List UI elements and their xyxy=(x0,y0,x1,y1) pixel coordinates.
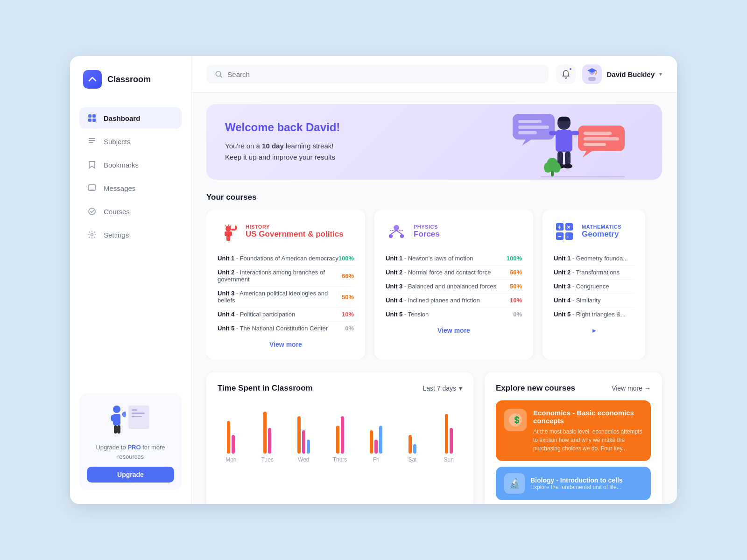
explore-next-item[interactable]: 🔬 Biology - Introduction to cells Explor… xyxy=(496,467,651,500)
svg-rect-51 xyxy=(235,226,237,230)
chevron-down-icon: ▾ xyxy=(459,385,462,392)
bar xyxy=(336,426,339,454)
unit-item: Unit 2 - Normal force and contact force … xyxy=(386,266,522,280)
math-course-icon: + × − ÷ xyxy=(554,221,575,242)
app-container: Classroom Dashboard xyxy=(70,56,677,504)
svg-rect-39 xyxy=(565,151,571,165)
explore-course-info: Economics - Basic economics concepts At … xyxy=(533,409,642,453)
svg-rect-13 xyxy=(132,416,142,417)
chart-col-thurs: Thurs xyxy=(326,407,353,463)
notification-badge xyxy=(569,67,572,71)
history-course-meta: HISTORY US Government & politics xyxy=(246,224,354,239)
header-actions: David Buckley ▾ xyxy=(556,64,662,84)
unit-item: Unit 5 - The National Constitution Cente… xyxy=(218,322,354,335)
welcome-text: Welcome back David! You're on a 10 day l… xyxy=(225,121,340,163)
time-card-header: Time Spent in Classroom Last 7 days ▾ xyxy=(218,384,462,393)
messages-icon xyxy=(87,183,97,193)
history-course-icon xyxy=(218,221,239,242)
search-input[interactable] xyxy=(227,70,540,78)
explore-title: Explore new courses xyxy=(496,384,575,393)
math-view-more[interactable]: ▸ xyxy=(554,327,634,334)
chart-col-fri: Fri xyxy=(363,407,390,463)
sidebar-item-messages[interactable]: Messages xyxy=(79,177,182,199)
unit-item: Unit 2 - Transformations xyxy=(554,266,634,280)
user-menu[interactable]: David Buckley ▾ xyxy=(582,64,662,84)
svg-rect-29 xyxy=(518,131,537,134)
svg-point-44 xyxy=(544,162,552,173)
physics-course-meta: PHYSICS Forces xyxy=(414,224,522,239)
bookmarks-label: Bookmarks xyxy=(104,161,139,169)
sidebar-item-dashboard[interactable]: Dashboard xyxy=(79,107,182,129)
course-header-physics: PHYSICS Forces xyxy=(386,221,522,242)
sidebar-item-settings[interactable]: Settings xyxy=(79,224,182,245)
physics-view-more[interactable]: View more xyxy=(386,327,522,334)
chart-col-tues: Tues xyxy=(254,407,281,463)
subjects-icon xyxy=(87,136,97,147)
upgrade-description: Upgrade to PRO for more resources xyxy=(87,443,174,461)
bar xyxy=(302,430,305,454)
svg-point-9 xyxy=(91,234,93,236)
svg-rect-7 xyxy=(88,185,96,190)
chart-col-sun: Sun xyxy=(435,407,462,463)
svg-point-8 xyxy=(89,208,95,215)
explore-card: Explore new courses View more → 💲 xyxy=(485,372,662,504)
course-card-physics: PHYSICS Forces Unit 1 - Newton's laws of… xyxy=(374,210,533,359)
physics-subject: PHYSICS xyxy=(414,224,522,230)
search-icon xyxy=(215,70,223,78)
sidebar-item-courses[interactable]: Courses xyxy=(79,201,182,222)
next-course-name: Biology - Introduction to cells xyxy=(530,476,623,484)
welcome-title: Welcome back David! xyxy=(225,121,340,134)
logo-icon xyxy=(83,70,102,89)
unit-item: Unit 2 - Interactions among branches of … xyxy=(218,266,354,287)
next-course-icon: 🔬 xyxy=(504,473,525,494)
svg-rect-17 xyxy=(117,415,120,421)
svg-rect-12 xyxy=(132,413,145,414)
history-view-more[interactable]: View more xyxy=(218,341,354,348)
math-name: Geometry xyxy=(582,230,634,239)
svg-rect-18 xyxy=(114,425,117,434)
bar xyxy=(341,416,344,454)
bar xyxy=(409,435,412,454)
sidebar-item-bookmarks[interactable]: Bookmarks xyxy=(79,154,182,175)
history-unit-list: Unit 1 - Foundations of American democra… xyxy=(218,252,354,335)
next-course-desc: Explore the fundamental unit of life... xyxy=(530,484,623,490)
explore-course-item[interactable]: 💲 Economics - Basic economics concepts A… xyxy=(496,400,651,461)
bar xyxy=(370,430,373,454)
unit-item: Unit 3 - American political ideologies a… xyxy=(218,287,354,308)
svg-rect-11 xyxy=(132,409,137,411)
svg-rect-3 xyxy=(92,119,96,122)
bar xyxy=(268,428,271,454)
notification-button[interactable] xyxy=(556,64,576,84)
upgrade-button[interactable]: Upgrade xyxy=(87,467,174,483)
svg-line-56 xyxy=(396,231,402,234)
economics-course-icon: 💲 xyxy=(504,409,527,431)
settings-icon xyxy=(87,230,97,240)
sidebar-item-subjects[interactable]: Subjects xyxy=(79,131,182,152)
explore-view-more[interactable]: View more → xyxy=(612,385,651,392)
unit-item: Unit 1 - Foundations of American democra… xyxy=(218,252,354,266)
header: David Buckley ▾ xyxy=(191,56,677,93)
unit-item: Unit 1 - Geometry founda... xyxy=(554,252,634,266)
course-card-history: HISTORY US Government & politics Unit 1 … xyxy=(206,210,365,359)
arrow-right-icon: → xyxy=(644,385,651,392)
user-name: David Buckley xyxy=(606,70,655,78)
svg-text:×: × xyxy=(567,224,571,231)
svg-rect-37 xyxy=(571,131,579,135)
time-spent-card: Time Spent in Classroom Last 7 days ▾ xyxy=(206,372,473,504)
banner-illustration xyxy=(485,104,634,180)
svg-rect-27 xyxy=(518,120,542,123)
dashboard-icon xyxy=(87,113,97,123)
svg-text:−: − xyxy=(558,233,562,240)
svg-point-20 xyxy=(216,71,221,77)
chart-col-wed: Wed xyxy=(290,407,317,463)
bar xyxy=(379,426,382,454)
search-bar[interactable] xyxy=(206,65,549,84)
bar xyxy=(232,435,235,454)
svg-rect-28 xyxy=(518,126,549,129)
svg-rect-16 xyxy=(111,415,115,421)
svg-point-14 xyxy=(113,406,120,413)
unit-item: Unit 4 - Similarity xyxy=(554,294,634,308)
svg-text:💲: 💲 xyxy=(512,415,521,424)
svg-rect-36 xyxy=(549,131,557,135)
time-period-selector[interactable]: Last 7 days ▾ xyxy=(423,385,462,392)
